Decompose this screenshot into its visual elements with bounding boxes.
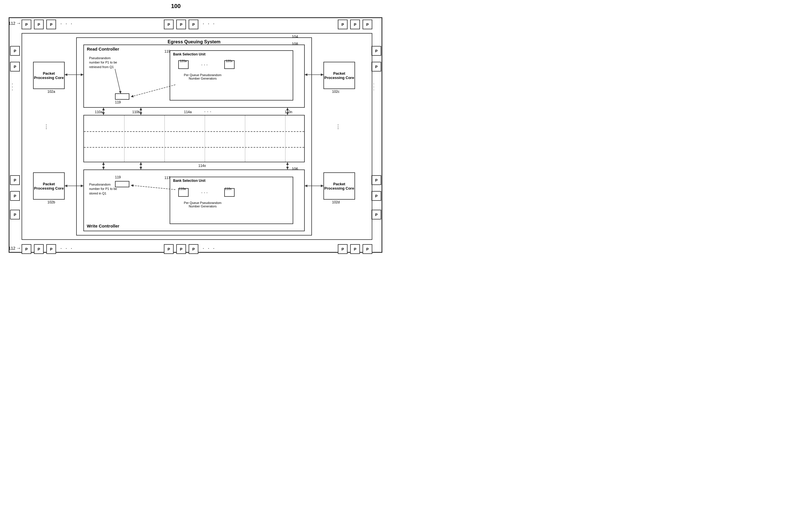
bank-sel-write-box: Bank Selection Unit 117: [170, 177, 293, 224]
port-cell: P: [350, 244, 360, 254]
bank-sel-read-label: Bank Selection Unit: [173, 52, 206, 56]
port-cell: P: [164, 244, 174, 254]
label-114a: 114a: [184, 110, 192, 114]
label-120x: 120x: [226, 59, 233, 63]
dots: ...: [372, 83, 377, 92]
write-controller-label: Write Controller: [87, 223, 119, 228]
ppc-102d: Packet Processing Core: [323, 172, 355, 200]
port-cell: P: [371, 46, 381, 56]
port-cell: P: [338, 20, 348, 29]
pseudo-read-text: Pseudorandomnumber for P1 to beretrieved…: [89, 56, 147, 69]
label-118a: 118a: [179, 187, 186, 190]
port-cell: P: [22, 20, 31, 29]
title-label: 100: [171, 3, 181, 9]
label-119-write: 119: [115, 175, 121, 179]
dots: . . .: [61, 244, 73, 250]
dots: ...: [11, 83, 16, 92]
label-112-top: 112 →: [9, 21, 21, 26]
label-117: 117: [164, 176, 170, 180]
port-cell: P: [46, 244, 56, 254]
port-cell: P: [10, 191, 20, 201]
port-cell: P: [363, 244, 372, 254]
label-108: 108: [292, 42, 298, 46]
per-queue-prng-write-label: Per Queue PseudorandomNumber Generators: [176, 201, 230, 208]
dots-right: ⋮: [336, 123, 341, 130]
label-102c: 102c: [332, 90, 340, 94]
port-cell: P: [371, 210, 381, 219]
per-queue-prng-read-label: Per Queue PseudorandomNumber Generators: [176, 73, 230, 80]
read-controller-label: Read Controller: [87, 47, 119, 51]
ppc-102a: Packet Processing Core: [33, 62, 65, 89]
port-cell: P: [371, 191, 381, 201]
label-114x: 114x: [199, 164, 206, 168]
port-cell: P: [10, 175, 20, 185]
dots: . . .: [203, 20, 216, 26]
label-102a: 102a: [47, 90, 55, 94]
port-cell: P: [10, 62, 20, 72]
port-cell: P: [34, 244, 44, 254]
egress-queuing-label: Egress Queuing System: [77, 39, 311, 45]
label-110a: 110a: [95, 110, 102, 114]
port-cell: P: [189, 244, 199, 254]
dots: . . .: [61, 20, 73, 26]
port-cell: P: [46, 20, 56, 29]
label-119-read-bsu: 119: [164, 49, 170, 53]
port-cell: P: [176, 244, 186, 254]
ppc-102b: Packet Processing Core: [33, 172, 65, 200]
port-cell: P: [22, 244, 31, 254]
label-106: 106: [292, 167, 298, 171]
label-110b: 110b: [132, 110, 140, 114]
port-cell: P: [10, 210, 20, 219]
port-cell: P: [350, 20, 360, 29]
port-cell: P: [34, 20, 44, 29]
memory-banks: [84, 115, 305, 162]
label-112-bottom: 112 →: [9, 246, 21, 251]
diagram: 100 P P P . . . P P P . . . P P P P P P …: [0, 0, 393, 266]
label-118x: 118x: [225, 187, 232, 190]
label-120a: 120a: [180, 59, 187, 63]
bank-sel-write-label: Bank Selection Unit: [173, 179, 206, 183]
dots-prng-write: . . .: [201, 189, 208, 194]
small-rect-119-read: [115, 93, 130, 100]
label-119-read: 119: [115, 100, 121, 104]
label-110n: 110n: [285, 110, 292, 114]
small-rect-119-write: [115, 181, 130, 187]
port-cell: P: [189, 20, 199, 29]
port-cell: P: [176, 20, 186, 29]
dots: . . .: [203, 244, 216, 250]
port-cell: P: [371, 175, 381, 185]
label-102b: 102b: [47, 200, 55, 204]
ppc-102c: Packet Processing Core: [323, 62, 355, 89]
port-cell: P: [371, 62, 381, 72]
port-cell: P: [164, 20, 174, 29]
label-104: 104: [292, 34, 298, 39]
port-cell: P: [338, 244, 348, 254]
dots-prng-read: . . .: [201, 61, 208, 66]
dots-left: ⋮: [44, 123, 49, 130]
port-cell: P: [363, 20, 372, 29]
label-102d: 102d: [332, 200, 340, 204]
port-cell: P: [10, 46, 20, 56]
